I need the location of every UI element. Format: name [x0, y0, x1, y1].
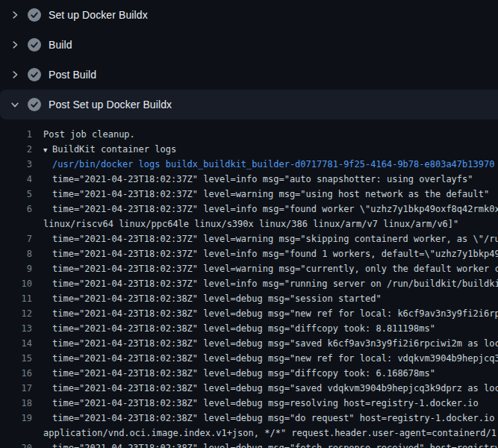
log-line-number[interactable]: 14	[0, 336, 32, 351]
log-line-number[interactable]: 17	[0, 381, 32, 396]
log-line-text: time="2021-04-23T18:02:38Z" level=debug …	[32, 441, 498, 448]
log-line-text: time="2021-04-23T18:02:37Z" level=info m…	[32, 202, 498, 217]
log-line-number[interactable]: 3	[0, 157, 32, 172]
log-line-number[interactable]	[0, 426, 32, 441]
step-title: Post Set up Docker Buildx	[49, 99, 172, 111]
log-line-text: time="2021-04-23T18:02:37Z" level=info m…	[32, 246, 498, 261]
log-line-number[interactable]: 10	[0, 276, 32, 291]
log-line-text: time="2021-04-23T18:02:38Z" level=debug …	[32, 366, 435, 381]
log-line-number[interactable]: 8	[0, 246, 32, 261]
chevron-right-icon[interactable]	[9, 39, 21, 51]
log-line-text: time="2021-04-23T18:02:37Z" level=warnin…	[32, 187, 489, 202]
log-line-number[interactable]: 12	[0, 306, 32, 321]
step-header-post-set-up-docker-buildx[interactable]: Post Set up Docker Buildx	[0, 90, 498, 119]
log-line: 9 time="2021-04-23T18:02:37Z" level=warn…	[0, 261, 498, 276]
check-circle-icon	[28, 98, 41, 111]
check-circle-icon	[28, 68, 41, 81]
log-line: 13 time="2021-04-23T18:02:38Z" level=deb…	[0, 321, 498, 336]
log-line-text: time="2021-04-23T18:02:38Z" level=debug …	[32, 351, 498, 366]
step-title: Set up Docker Buildx	[49, 9, 148, 21]
step-title: Build	[49, 39, 72, 51]
log-line-text: time="2021-04-23T18:02:37Z" level=warnin…	[32, 231, 498, 246]
log-container: 1 Post job cleanup. 2 ▼BuildKit containe…	[0, 119, 498, 448]
log-line-text: time="2021-04-23T18:02:37Z" level=info m…	[32, 276, 498, 291]
log-line-text: time="2021-04-23T18:02:38Z" level=debug …	[32, 411, 498, 426]
log-line-number[interactable]: 16	[0, 366, 32, 381]
group-toggle-icon[interactable]: ▼	[43, 143, 52, 158]
log-line: 19 time="2021-04-23T18:02:38Z" level=deb…	[0, 411, 498, 426]
step-header-build[interactable]: Build	[0, 30, 498, 60]
log-line: 15 time="2021-04-23T18:02:38Z" level=deb…	[0, 351, 498, 366]
log-line-text: time="2021-04-23T18:02:38Z" level=debug …	[32, 396, 479, 411]
log-line-text: time="2021-04-23T18:02:37Z" level=warnin…	[32, 261, 498, 276]
log-line-number[interactable]: 2	[0, 142, 32, 157]
log-line: 1 Post job cleanup.	[0, 127, 498, 142]
log-line-number[interactable]: 5	[0, 187, 32, 202]
log-line-number[interactable]: 20	[0, 441, 32, 448]
log-line-number[interactable]: 11	[0, 291, 32, 306]
log-line-number[interactable]: 15	[0, 351, 32, 366]
log-line: 16 time="2021-04-23T18:02:38Z" level=deb…	[0, 366, 498, 381]
log-line-text: Post job cleanup.	[32, 127, 135, 142]
log-line: 11 time="2021-04-23T18:02:38Z" level=deb…	[0, 291, 498, 306]
check-circle-icon	[28, 8, 41, 22]
log-line: 12 time="2021-04-23T18:02:38Z" level=deb…	[0, 306, 498, 321]
log-line: 14 time="2021-04-23T18:02:38Z" level=deb…	[0, 336, 498, 351]
steps-list: Set up Docker Buildx Build P	[0, 0, 498, 119]
log-line-number[interactable]: 18	[0, 396, 32, 411]
log-line: 7 time="2021-04-23T18:02:37Z" level=warn…	[0, 231, 498, 246]
log-line-text: time="2021-04-23T18:02:38Z" level=debug …	[32, 381, 498, 396]
log-line-number[interactable]: 13	[0, 321, 32, 336]
step-header-post-build[interactable]: Post Build	[0, 60, 498, 90]
log-line-number[interactable]: 1	[0, 127, 32, 142]
log-line-text: ▼BuildKit container logs	[32, 142, 176, 157]
chevron-right-icon[interactable]	[9, 9, 21, 21]
log-line: 2 ▼BuildKit container logs	[0, 142, 498, 157]
log-line: 3 /usr/bin/docker logs buildx_buildkit_b…	[0, 157, 498, 172]
log-line-number[interactable]: 7	[0, 231, 32, 246]
actions-log-viewer: Set up Docker Buildx Build P	[0, 0, 498, 448]
log-line-number[interactable]: 9	[0, 261, 32, 276]
chevron-right-icon[interactable]	[9, 69, 21, 81]
log-line: 8 time="2021-04-23T18:02:37Z" level=info…	[0, 246, 498, 261]
log-line: 18 time="2021-04-23T18:02:38Z" level=deb…	[0, 396, 498, 411]
step-header-set-up-docker-buildx[interactable]: Set up Docker Buildx	[0, 0, 498, 30]
log-line: application/vnd.oci.image.index.v1+json,…	[0, 426, 498, 441]
log-line-text: time="2021-04-23T18:02:38Z" level=debug …	[32, 306, 498, 321]
log-line: 17 time="2021-04-23T18:02:38Z" level=deb…	[0, 381, 498, 396]
log-line: 20 time="2021-04-23T18:02:38Z" level=deb…	[0, 441, 498, 448]
log-line-number[interactable]	[0, 217, 32, 231]
log-line-number[interactable]: 6	[0, 202, 32, 217]
log-line-text: time="2021-04-23T18:02:38Z" level=debug …	[32, 336, 498, 351]
log-line-number[interactable]: 4	[0, 172, 32, 187]
group-title[interactable]: BuildKit container logs	[52, 144, 176, 155]
log-line-number[interactable]: 19	[0, 411, 32, 426]
check-circle-icon	[28, 38, 41, 52]
step-title: Post Build	[49, 69, 96, 81]
log-line-text: application/vnd.oci.image.index.v1+json,…	[32, 426, 498, 441]
log-line-text: linux/riscv64 linux/ppc64le linux/s390x …	[32, 217, 458, 231]
log-line-text: time="2021-04-23T18:02:38Z" level=debug …	[32, 291, 382, 306]
log-line: linux/riscv64 linux/ppc64le linux/s390x …	[0, 217, 498, 231]
log-line-text: time="2021-04-23T18:02:37Z" level=info m…	[32, 172, 473, 187]
log-line: 6 time="2021-04-23T18:02:37Z" level=info…	[0, 202, 498, 217]
log-line: 10 time="2021-04-23T18:02:37Z" level=inf…	[0, 276, 498, 291]
log-line-text: time="2021-04-23T18:02:38Z" level=debug …	[32, 321, 435, 336]
log-line-text: /usr/bin/docker logs buildx_buildkit_bui…	[32, 157, 494, 172]
chevron-down-icon[interactable]	[9, 99, 21, 111]
log-line: 5 time="2021-04-23T18:02:37Z" level=warn…	[0, 187, 498, 202]
log-line: 4 time="2021-04-23T18:02:37Z" level=info…	[0, 172, 498, 187]
